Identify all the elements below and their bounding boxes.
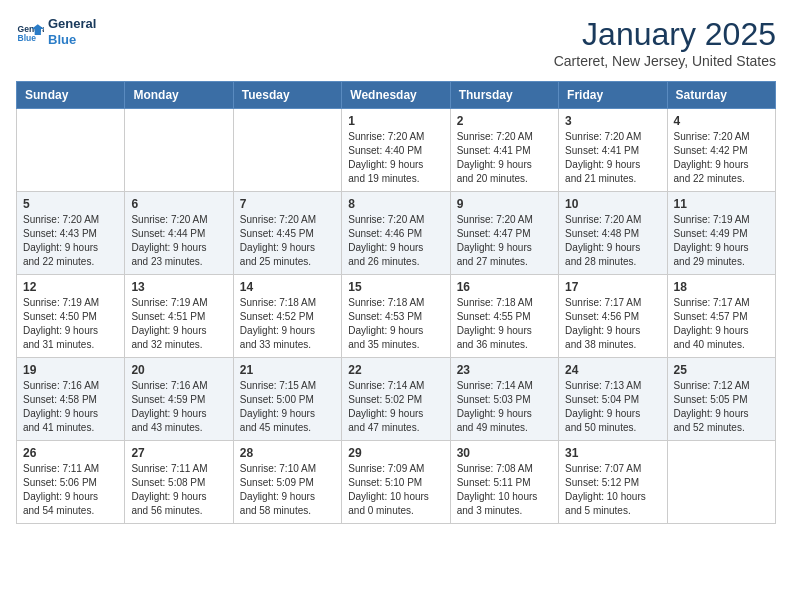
- day-info: Sunrise: 7:18 AMSunset: 4:53 PMDaylight:…: [348, 296, 443, 352]
- weekday-header-saturday: Saturday: [667, 82, 775, 109]
- calendar-cell: 16Sunrise: 7:18 AMSunset: 4:55 PMDayligh…: [450, 275, 558, 358]
- day-number: 27: [131, 446, 226, 460]
- day-info: Sunrise: 7:18 AMSunset: 4:52 PMDaylight:…: [240, 296, 335, 352]
- calendar-week-5: 26Sunrise: 7:11 AMSunset: 5:06 PMDayligh…: [17, 441, 776, 524]
- day-number: 8: [348, 197, 443, 211]
- day-number: 10: [565, 197, 660, 211]
- calendar-cell: 12Sunrise: 7:19 AMSunset: 4:50 PMDayligh…: [17, 275, 125, 358]
- day-info: Sunrise: 7:20 AMSunset: 4:43 PMDaylight:…: [23, 213, 118, 269]
- calendar-week-1: 1Sunrise: 7:20 AMSunset: 4:40 PMDaylight…: [17, 109, 776, 192]
- day-number: 26: [23, 446, 118, 460]
- calendar-cell: 11Sunrise: 7:19 AMSunset: 4:49 PMDayligh…: [667, 192, 775, 275]
- day-number: 17: [565, 280, 660, 294]
- logo-icon: General Blue: [16, 18, 44, 46]
- calendar-cell: 27Sunrise: 7:11 AMSunset: 5:08 PMDayligh…: [125, 441, 233, 524]
- day-number: 5: [23, 197, 118, 211]
- calendar-cell: 1Sunrise: 7:20 AMSunset: 4:40 PMDaylight…: [342, 109, 450, 192]
- svg-text:Blue: Blue: [18, 33, 37, 43]
- weekday-header-thursday: Thursday: [450, 82, 558, 109]
- calendar-cell: 19Sunrise: 7:16 AMSunset: 4:58 PMDayligh…: [17, 358, 125, 441]
- calendar-cell: [667, 441, 775, 524]
- day-info: Sunrise: 7:11 AMSunset: 5:08 PMDaylight:…: [131, 462, 226, 518]
- calendar-week-2: 5Sunrise: 7:20 AMSunset: 4:43 PMDaylight…: [17, 192, 776, 275]
- day-info: Sunrise: 7:20 AMSunset: 4:42 PMDaylight:…: [674, 130, 769, 186]
- day-info: Sunrise: 7:19 AMSunset: 4:50 PMDaylight:…: [23, 296, 118, 352]
- calendar-body: 1Sunrise: 7:20 AMSunset: 4:40 PMDaylight…: [17, 109, 776, 524]
- day-info: Sunrise: 7:15 AMSunset: 5:00 PMDaylight:…: [240, 379, 335, 435]
- logo-text-general: General: [48, 16, 96, 32]
- calendar-cell: [233, 109, 341, 192]
- calendar-cell: 20Sunrise: 7:16 AMSunset: 4:59 PMDayligh…: [125, 358, 233, 441]
- calendar-cell: 5Sunrise: 7:20 AMSunset: 4:43 PMDaylight…: [17, 192, 125, 275]
- day-number: 14: [240, 280, 335, 294]
- calendar-cell: 30Sunrise: 7:08 AMSunset: 5:11 PMDayligh…: [450, 441, 558, 524]
- day-number: 30: [457, 446, 552, 460]
- calendar-cell: 21Sunrise: 7:15 AMSunset: 5:00 PMDayligh…: [233, 358, 341, 441]
- calendar-cell: 6Sunrise: 7:20 AMSunset: 4:44 PMDaylight…: [125, 192, 233, 275]
- weekday-header-tuesday: Tuesday: [233, 82, 341, 109]
- day-info: Sunrise: 7:20 AMSunset: 4:47 PMDaylight:…: [457, 213, 552, 269]
- calendar-cell: 26Sunrise: 7:11 AMSunset: 5:06 PMDayligh…: [17, 441, 125, 524]
- day-info: Sunrise: 7:08 AMSunset: 5:11 PMDaylight:…: [457, 462, 552, 518]
- calendar-cell: 24Sunrise: 7:13 AMSunset: 5:04 PMDayligh…: [559, 358, 667, 441]
- calendar-cell: 7Sunrise: 7:20 AMSunset: 4:45 PMDaylight…: [233, 192, 341, 275]
- day-number: 25: [674, 363, 769, 377]
- calendar-cell: 13Sunrise: 7:19 AMSunset: 4:51 PMDayligh…: [125, 275, 233, 358]
- day-info: Sunrise: 7:17 AMSunset: 4:56 PMDaylight:…: [565, 296, 660, 352]
- day-number: 31: [565, 446, 660, 460]
- day-info: Sunrise: 7:09 AMSunset: 5:10 PMDaylight:…: [348, 462, 443, 518]
- weekday-header-sunday: Sunday: [17, 82, 125, 109]
- day-info: Sunrise: 7:17 AMSunset: 4:57 PMDaylight:…: [674, 296, 769, 352]
- page-header: General Blue General Blue January 2025 C…: [16, 16, 776, 69]
- logo-text-blue: Blue: [48, 32, 96, 48]
- day-number: 18: [674, 280, 769, 294]
- calendar-cell: 3Sunrise: 7:20 AMSunset: 4:41 PMDaylight…: [559, 109, 667, 192]
- calendar-cell: [17, 109, 125, 192]
- calendar-cell: 31Sunrise: 7:07 AMSunset: 5:12 PMDayligh…: [559, 441, 667, 524]
- day-info: Sunrise: 7:20 AMSunset: 4:46 PMDaylight:…: [348, 213, 443, 269]
- calendar-header-row: SundayMondayTuesdayWednesdayThursdayFrid…: [17, 82, 776, 109]
- calendar-cell: 29Sunrise: 7:09 AMSunset: 5:10 PMDayligh…: [342, 441, 450, 524]
- day-number: 7: [240, 197, 335, 211]
- day-number: 29: [348, 446, 443, 460]
- day-number: 12: [23, 280, 118, 294]
- calendar-cell: 28Sunrise: 7:10 AMSunset: 5:09 PMDayligh…: [233, 441, 341, 524]
- calendar-cell: 10Sunrise: 7:20 AMSunset: 4:48 PMDayligh…: [559, 192, 667, 275]
- day-number: 23: [457, 363, 552, 377]
- calendar-cell: 22Sunrise: 7:14 AMSunset: 5:02 PMDayligh…: [342, 358, 450, 441]
- day-info: Sunrise: 7:16 AMSunset: 4:58 PMDaylight:…: [23, 379, 118, 435]
- day-number: 22: [348, 363, 443, 377]
- calendar-cell: 23Sunrise: 7:14 AMSunset: 5:03 PMDayligh…: [450, 358, 558, 441]
- day-number: 11: [674, 197, 769, 211]
- calendar-table: SundayMondayTuesdayWednesdayThursdayFrid…: [16, 81, 776, 524]
- day-number: 15: [348, 280, 443, 294]
- calendar-cell: 17Sunrise: 7:17 AMSunset: 4:56 PMDayligh…: [559, 275, 667, 358]
- calendar-cell: 9Sunrise: 7:20 AMSunset: 4:47 PMDaylight…: [450, 192, 558, 275]
- day-info: Sunrise: 7:14 AMSunset: 5:02 PMDaylight:…: [348, 379, 443, 435]
- day-info: Sunrise: 7:11 AMSunset: 5:06 PMDaylight:…: [23, 462, 118, 518]
- weekday-header-wednesday: Wednesday: [342, 82, 450, 109]
- title-block: January 2025 Carteret, New Jersey, Unite…: [554, 16, 776, 69]
- weekday-header-friday: Friday: [559, 82, 667, 109]
- day-number: 9: [457, 197, 552, 211]
- calendar-cell: [125, 109, 233, 192]
- month-title: January 2025: [554, 16, 776, 53]
- calendar-cell: 25Sunrise: 7:12 AMSunset: 5:05 PMDayligh…: [667, 358, 775, 441]
- day-info: Sunrise: 7:20 AMSunset: 4:48 PMDaylight:…: [565, 213, 660, 269]
- day-info: Sunrise: 7:16 AMSunset: 4:59 PMDaylight:…: [131, 379, 226, 435]
- calendar-week-4: 19Sunrise: 7:16 AMSunset: 4:58 PMDayligh…: [17, 358, 776, 441]
- calendar-cell: 8Sunrise: 7:20 AMSunset: 4:46 PMDaylight…: [342, 192, 450, 275]
- day-number: 19: [23, 363, 118, 377]
- day-info: Sunrise: 7:20 AMSunset: 4:41 PMDaylight:…: [565, 130, 660, 186]
- day-number: 3: [565, 114, 660, 128]
- day-info: Sunrise: 7:13 AMSunset: 5:04 PMDaylight:…: [565, 379, 660, 435]
- day-number: 28: [240, 446, 335, 460]
- day-number: 1: [348, 114, 443, 128]
- day-info: Sunrise: 7:10 AMSunset: 5:09 PMDaylight:…: [240, 462, 335, 518]
- location-subtitle: Carteret, New Jersey, United States: [554, 53, 776, 69]
- calendar-cell: 2Sunrise: 7:20 AMSunset: 4:41 PMDaylight…: [450, 109, 558, 192]
- day-info: Sunrise: 7:14 AMSunset: 5:03 PMDaylight:…: [457, 379, 552, 435]
- day-info: Sunrise: 7:12 AMSunset: 5:05 PMDaylight:…: [674, 379, 769, 435]
- weekday-header-monday: Monday: [125, 82, 233, 109]
- day-info: Sunrise: 7:20 AMSunset: 4:44 PMDaylight:…: [131, 213, 226, 269]
